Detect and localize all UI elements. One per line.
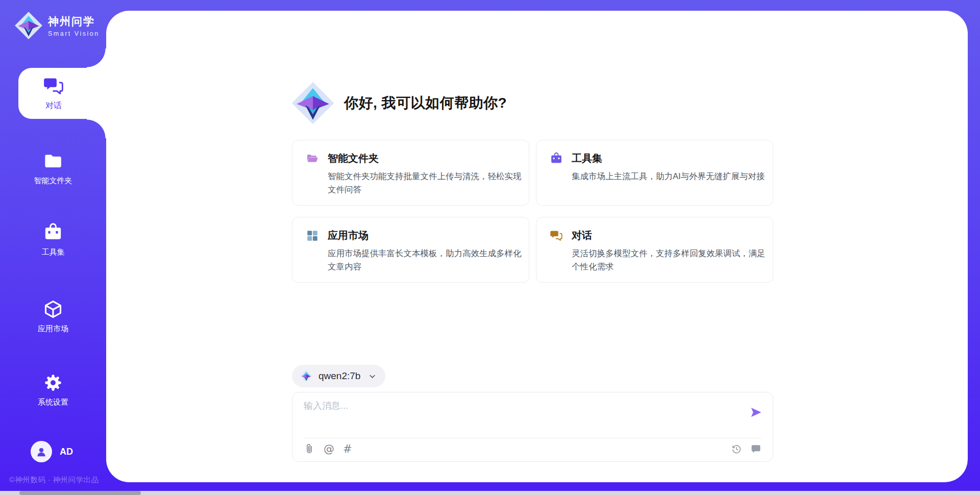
card-title: 工具集: [572, 152, 602, 165]
grid-icon: [306, 229, 319, 242]
brand-logo-icon: [14, 11, 43, 40]
hash-icon: #: [343, 443, 352, 455]
composer-tools-right: [731, 443, 762, 455]
brand: 神州问学 Smart Vision: [14, 11, 100, 40]
sidebar: 神州问学 Smart Vision 对话 智能文件夹 工具集 应用市场 系统设置…: [0, 0, 106, 495]
chat-bubble-icon: [750, 443, 762, 455]
person-icon: [35, 445, 48, 458]
mention-button[interactable]: @: [324, 443, 334, 455]
card-smart-folder[interactable]: 智能文件夹 智能文件夹功能支持批量文件上传与清洗，轻松实现文件问答: [292, 140, 529, 206]
card-title: 智能文件夹: [328, 152, 379, 165]
sidebar-item-smart-folder[interactable]: 智能文件夹: [0, 151, 106, 186]
sidebar-item-label: 系统设置: [38, 398, 68, 407]
at-icon: @: [324, 443, 334, 455]
card-title: 应用市场: [328, 229, 369, 242]
gem-diamond-icon: [291, 81, 335, 125]
composer-tools-left: @ #: [304, 443, 352, 455]
feature-cards: 智能文件夹 智能文件夹功能支持批量文件上传与清洗，轻松实现文件问答 工具集 集成…: [292, 140, 773, 283]
card-toolset[interactable]: 工具集 集成市场上主流工具，助力AI与外界无缝扩展与对接: [536, 140, 773, 206]
gear-icon: [43, 373, 63, 393]
folder-open-icon: [306, 152, 319, 165]
card-description: 智能文件夹功能支持批量文件上传与清洗，轻松实现文件问答: [328, 169, 525, 196]
sidebar-item-label: 对话: [45, 101, 62, 111]
topic-button[interactable]: #: [343, 443, 352, 455]
horizontal-scrollbar-thumb[interactable]: [19, 491, 141, 495]
new-chat-button[interactable]: [750, 443, 762, 455]
send-icon: [749, 406, 763, 419]
sidebar-item-toolset[interactable]: 工具集: [0, 222, 106, 257]
gem-diamond-icon: [300, 370, 312, 382]
copyright-text: ©神州数码 · 神州问学出品: [9, 475, 99, 485]
chevron-down-icon: [368, 372, 377, 381]
card-chat[interactable]: 对话 灵活切换多模型文件，支持多样回复效果调试，满足个性化需求: [536, 217, 773, 283]
card-description: 灵活切换多模型文件，支持多样回复效果调试，满足个性化需求: [572, 246, 769, 273]
greeting-block: 你好, 我可以如何帮助你?: [291, 81, 507, 125]
chat-duo-icon: [43, 76, 64, 97]
card-description: 应用市场提供丰富长文本模板，助力高效生成多样化文章内容: [328, 246, 525, 273]
message-input[interactable]: [304, 400, 732, 432]
model-selector[interactable]: qwen2:7b: [292, 365, 385, 387]
card-app-market[interactable]: 应用市场 应用市场提供丰富长文本模板，助力高效生成多样化文章内容: [292, 217, 529, 283]
chat-duo-icon: [550, 229, 563, 242]
message-composer: @ #: [292, 392, 773, 462]
card-title: 对话: [572, 229, 592, 242]
brand-name: 神州问学: [48, 14, 100, 29]
cube-icon: [43, 299, 63, 319]
sidebar-item-label: 智能文件夹: [34, 176, 72, 186]
sidebar-item-label: 工具集: [42, 247, 65, 257]
toolbox-icon: [43, 222, 63, 243]
main-panel: 你好, 我可以如何帮助你? 智能文件夹 智能文件夹功能支持批量文件上传与清洗，轻…: [106, 11, 968, 482]
greeting-title: 你好, 我可以如何帮助你?: [344, 93, 507, 113]
toolbox-icon: [550, 152, 563, 165]
user-menu[interactable]: AD: [31, 441, 73, 462]
sidebar-item-app-market[interactable]: 应用市场: [0, 299, 106, 334]
sidebar-item-label: 应用市场: [38, 324, 68, 334]
card-description: 集成市场上主流工具，助力AI与外界无缝扩展与对接: [572, 169, 769, 183]
sidebar-item-chat[interactable]: 对话: [18, 68, 106, 119]
brand-subtitle: Smart Vision: [48, 30, 100, 37]
model-name: qwen2:7b: [318, 370, 360, 382]
avatar: [31, 441, 52, 462]
sidebar-item-settings[interactable]: 系统设置: [0, 373, 106, 407]
user-initials: AD: [60, 447, 73, 457]
history-icon: [731, 443, 742, 455]
composer-divider: [304, 438, 762, 438]
attach-file-button[interactable]: [304, 443, 315, 455]
paperclip-icon: [304, 443, 315, 455]
history-button[interactable]: [731, 443, 742, 455]
horizontal-scrollbar-track[interactable]: [0, 491, 980, 495]
send-button[interactable]: [749, 406, 763, 419]
folder-icon: [43, 151, 63, 171]
